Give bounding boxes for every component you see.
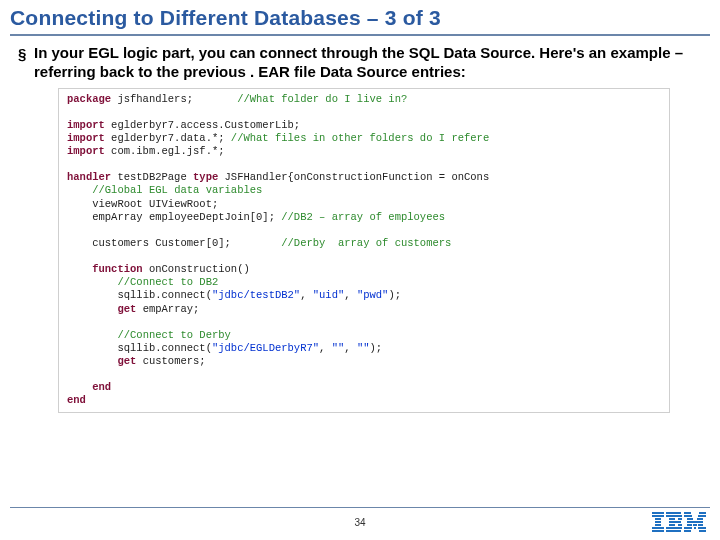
code-text: );: [388, 289, 401, 301]
code-keyword: function: [92, 263, 142, 275]
code-text: jsfhandlers;: [111, 93, 237, 105]
code-keyword: end: [67, 394, 86, 406]
svg-rect-6: [652, 530, 664, 532]
svg-rect-1: [652, 515, 664, 517]
svg-rect-21: [697, 518, 703, 520]
svg-rect-29: [684, 530, 691, 532]
svg-rect-15: [666, 530, 681, 532]
code-indent: [67, 329, 117, 341]
svg-rect-10: [678, 518, 682, 520]
svg-rect-13: [678, 524, 682, 526]
code-text: ,: [344, 289, 357, 301]
code-keyword: import: [67, 145, 105, 157]
svg-rect-14: [666, 527, 682, 529]
svg-rect-23: [687, 524, 692, 526]
footer: 34: [0, 507, 720, 532]
code-keyword: get: [117, 303, 136, 315]
bullet-glyph: §: [18, 44, 34, 64]
code-comment: //What files in other folders do I refer…: [231, 132, 489, 144]
bullet-item: § In your EGL logic part, you can connec…: [18, 44, 710, 82]
code-string: "": [332, 342, 345, 354]
code-comment: //Connect to DB2: [117, 276, 218, 288]
svg-rect-19: [698, 515, 706, 517]
code-indent: [67, 237, 92, 249]
code-indent: [67, 355, 117, 367]
code-text: empArray;: [136, 303, 199, 315]
code-text: viewRoot UIViewRoot;: [92, 198, 218, 210]
code-text: onConstruction(): [143, 263, 250, 275]
code-text: customers Customer[0];: [92, 237, 281, 249]
code-string: "jdbc/EGLDerbyR7": [212, 342, 319, 354]
code-indent: [67, 198, 92, 210]
slide-title: Connecting to Different Databases – 3 of…: [0, 0, 720, 34]
code-keyword: end: [92, 381, 111, 393]
code-text: JSFHandler{onConstructionFunction = onCo…: [218, 171, 489, 183]
code-indent: [67, 381, 92, 393]
code-keyword: type: [193, 171, 218, 183]
svg-rect-4: [655, 524, 661, 526]
svg-rect-3: [655, 521, 661, 523]
footer-row: 34: [0, 512, 720, 532]
svg-rect-30: [699, 530, 706, 532]
title-divider: [10, 34, 710, 36]
code-text: empArray employeeDeptJoin[0];: [92, 211, 281, 223]
code-text: );: [370, 342, 383, 354]
code-comment: //Derby array of customers: [281, 237, 451, 249]
svg-rect-12: [669, 524, 675, 526]
svg-rect-24: [693, 524, 697, 526]
code-indent: [67, 184, 92, 196]
code-text: eglderbyr7.data.*;: [105, 132, 231, 144]
svg-rect-26: [684, 527, 692, 529]
svg-rect-20: [687, 518, 693, 520]
slide: Connecting to Different Databases – 3 of…: [0, 0, 720, 540]
code-text: ,: [319, 342, 332, 354]
code-string: "uid": [313, 289, 345, 301]
slide-body: § In your EGL logic part, you can connec…: [0, 44, 720, 413]
code-text: sqllib.connect(: [117, 342, 212, 354]
code-sample: package jsfhandlers; //What folder do I …: [58, 88, 670, 413]
svg-rect-0: [652, 512, 664, 514]
svg-rect-5: [652, 527, 664, 529]
svg-rect-16: [684, 512, 691, 514]
svg-rect-25: [698, 524, 703, 526]
code-keyword: get: [117, 355, 136, 367]
svg-rect-18: [684, 515, 692, 517]
code-keyword: package: [67, 93, 111, 105]
svg-rect-8: [666, 515, 682, 517]
svg-rect-7: [666, 512, 681, 514]
bullet-text: In your EGL logic part, you can connect …: [34, 44, 710, 82]
code-indent: [67, 211, 92, 223]
svg-rect-2: [655, 518, 661, 520]
code-comment: //Connect to Derby: [117, 329, 230, 341]
code-string: "": [357, 342, 370, 354]
code-indent: [67, 263, 92, 275]
page-number: 34: [354, 517, 365, 528]
code-text: sqllib.connect(: [117, 289, 212, 301]
code-keyword: import: [67, 119, 105, 131]
footer-divider: [10, 507, 710, 508]
code-text: testDB2Page: [111, 171, 193, 183]
code-text: ,: [300, 289, 313, 301]
code-text: customers;: [136, 355, 205, 367]
code-string: "pwd": [357, 289, 389, 301]
code-indent: [67, 303, 117, 315]
svg-rect-22: [687, 521, 703, 523]
code-comment: //DB2 – array of employees: [281, 211, 445, 223]
ibm-logo-icon: [652, 512, 706, 532]
code-indent: [67, 289, 117, 301]
code-indent: [67, 276, 117, 288]
code-comment: //What folder do I live in?: [237, 93, 407, 105]
svg-rect-27: [694, 527, 696, 529]
code-comment: //Global EGL data variables: [92, 184, 262, 196]
svg-rect-9: [669, 518, 675, 520]
svg-rect-28: [698, 527, 706, 529]
svg-rect-17: [699, 512, 706, 514]
code-keyword: import: [67, 132, 105, 144]
code-string: "jdbc/testDB2": [212, 289, 300, 301]
code-text: ,: [344, 342, 357, 354]
code-indent: [67, 342, 117, 354]
svg-rect-11: [669, 521, 681, 523]
code-text: eglderbyr7.access.CustomerLib;: [105, 119, 300, 131]
code-text: com.ibm.egl.jsf.*;: [105, 145, 225, 157]
code-keyword: handler: [67, 171, 111, 183]
